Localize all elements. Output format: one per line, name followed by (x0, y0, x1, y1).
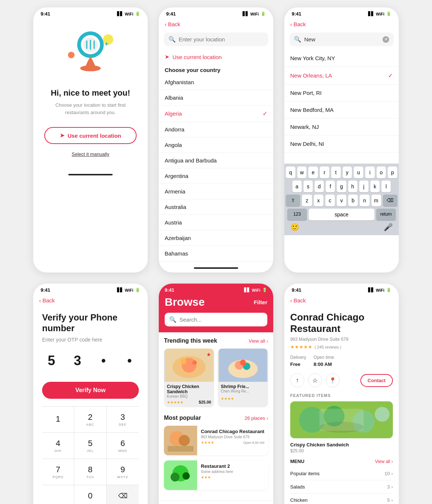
result-new-bedford[interactable]: New Bedford, MA (284, 102, 399, 119)
view-all-popular[interactable]: 26 places › (244, 415, 268, 421)
browse-search-bar[interactable]: 🔍 (165, 313, 267, 326)
menu-item-salads[interactable]: Salads 3 › (290, 480, 393, 494)
kb-h[interactable]: h (348, 181, 357, 192)
result-new-york[interactable]: New York City, NY (284, 50, 399, 67)
clear-button[interactable]: ✕ (383, 36, 389, 43)
trending-card-1[interactable]: ★ Crispy Chicken Sandwich Korean BBQ ★★★… (164, 349, 214, 407)
status-time-2: 9:41 (166, 11, 176, 17)
back-button-2[interactable]: ‹ Back (159, 18, 273, 30)
share-button[interactable]: ↑ (290, 373, 304, 387)
result-new-orleans[interactable]: New Orleans, LA ✓ (284, 67, 399, 85)
numpad-4[interactable]: 4 GHI (42, 433, 74, 459)
kb-r[interactable]: r (320, 167, 329, 178)
kb-j[interactable]: j (359, 181, 368, 192)
kb-g[interactable]: g (337, 181, 346, 192)
kb-p[interactable]: p (388, 167, 397, 178)
otp-dot-4[interactable]: • (120, 353, 139, 368)
kb-k[interactable]: k (370, 181, 380, 192)
numpad-6[interactable]: 6 MNO (107, 433, 139, 459)
kb-q[interactable]: q (286, 167, 295, 178)
menu-view-all[interactable]: View all › (375, 459, 393, 464)
kb-m[interactable]: m (371, 195, 381, 206)
signal-icon: ▋▋ (117, 11, 123, 16)
select-manually-link[interactable]: Select it manually (72, 151, 109, 157)
mic-icon[interactable]: 🎤 (384, 223, 393, 232)
country-item-algeria[interactable]: Algeria ✓ (159, 106, 273, 122)
popular-img-1 (164, 426, 197, 455)
use-location-row[interactable]: ➤ Use current location (159, 50, 273, 64)
kb-l[interactable]: l (381, 181, 391, 192)
filter-button[interactable]: Filter (254, 299, 267, 305)
kb-w[interactable]: w (297, 167, 307, 178)
back-button-4[interactable]: ‹ Back (33, 294, 148, 306)
kb-y[interactable]: y (343, 167, 352, 178)
country-item-antigua[interactable]: Antigua and Barbuda (159, 153, 273, 168)
country-item-andorra[interactable]: Andorra (159, 122, 273, 137)
numpad-5[interactable]: 5 JKL (74, 433, 106, 459)
numpad-2[interactable]: 2 ABC (74, 407, 106, 433)
country-item-azerbaijan[interactable]: Azerbaijan (159, 230, 273, 246)
numpad-7[interactable]: 7 PQRS (42, 459, 74, 485)
back-button-6[interactable]: ‹ Back (284, 294, 399, 306)
numpad-delete[interactable]: ⌫ (107, 485, 139, 504)
menu-item-chicken[interactable]: Chicken 5 › (290, 494, 393, 504)
back-button-3[interactable]: ‹ Back (284, 18, 399, 30)
kb-c[interactable]: c (325, 195, 335, 206)
otp-digit-2[interactable]: 3 (68, 353, 87, 368)
trending-card-2[interactable]: Shrimp Frie... Chen Wong Re... ★★★★ (218, 349, 268, 407)
numpad-0[interactable]: 0 (74, 485, 106, 504)
kb-i[interactable]: i (365, 167, 375, 178)
kb-return[interactable]: return (376, 209, 396, 220)
country-item-afghanistan[interactable]: Afghanistan (159, 75, 273, 90)
otp-dot-3[interactable]: • (94, 353, 113, 368)
kb-b[interactable]: b (348, 195, 358, 206)
numpad-1[interactable]: 1 (42, 407, 74, 433)
contact-button[interactable]: Contact (360, 374, 393, 387)
kb-123[interactable]: 123 (287, 209, 307, 220)
popular-card-1[interactable]: Conrad Chicago Restaurant 963 Madyson Dr… (164, 426, 268, 455)
country-item-argentina[interactable]: Argentina (159, 168, 273, 184)
kb-x[interactable]: x (314, 195, 323, 206)
search-bar-active[interactable]: 🔍 ✕ (289, 32, 394, 46)
country-item-austria[interactable]: Austria (159, 215, 273, 230)
kb-shift[interactable]: ⇧ (286, 195, 300, 206)
country-item-angola[interactable]: Angola (159, 137, 273, 153)
use-location-button[interactable]: ➤ Use current location (44, 127, 137, 144)
fav-star-1[interactable]: ★ (206, 352, 211, 357)
kb-space[interactable]: space (309, 209, 374, 220)
kb-t[interactable]: t (331, 167, 341, 178)
verify-now-button[interactable]: Verify Now (42, 382, 139, 399)
emoji-icon[interactable]: 🙂 (290, 223, 299, 232)
numpad-3[interactable]: 3 DEF (107, 407, 139, 433)
search-bar-2[interactable]: 🔍 (164, 32, 268, 46)
popular-card-2[interactable]: Restaurant 2 Some address here ★★★ (164, 460, 268, 490)
location-pin-button[interactable]: 📍 (326, 373, 340, 387)
kb-delete[interactable]: ⌫ (383, 195, 397, 206)
kb-d[interactable]: d (315, 181, 324, 192)
country-item-armenia[interactable]: Armenia (159, 184, 273, 199)
kb-s[interactable]: s (304, 181, 313, 192)
kb-a[interactable]: a (292, 181, 302, 192)
search-input-3[interactable] (304, 36, 380, 42)
bookmark-button[interactable]: ☆ (308, 373, 322, 387)
kb-n[interactable]: n (360, 195, 369, 206)
result-new-delhi[interactable]: New Delhi, NI (284, 136, 399, 152)
country-item-australia[interactable]: Australia (159, 199, 273, 215)
numpad-9[interactable]: 9 WXYZ (107, 459, 139, 485)
kb-v[interactable]: v (337, 195, 346, 206)
kb-z[interactable]: z (302, 195, 312, 206)
search-input-2[interactable] (179, 36, 264, 42)
kb-f[interactable]: f (326, 181, 335, 192)
result-new-port[interactable]: New Port, RI (284, 85, 399, 102)
kb-u[interactable]: u (354, 167, 363, 178)
result-newark[interactable]: Newark, NJ (284, 119, 399, 136)
numpad-8[interactable]: 8 TUV (74, 459, 106, 485)
browse-search-input[interactable] (179, 316, 263, 323)
otp-digit-1[interactable]: 5 (42, 353, 61, 368)
country-item-bahamas[interactable]: Bahamas (159, 246, 273, 261)
kb-e[interactable]: e (308, 167, 318, 178)
menu-item-popular[interactable]: Popular items 10 › (290, 467, 393, 480)
kb-o[interactable]: o (377, 167, 386, 178)
view-all-trending[interactable]: View all › (248, 338, 268, 344)
country-item-albania[interactable]: Albania (159, 90, 273, 106)
